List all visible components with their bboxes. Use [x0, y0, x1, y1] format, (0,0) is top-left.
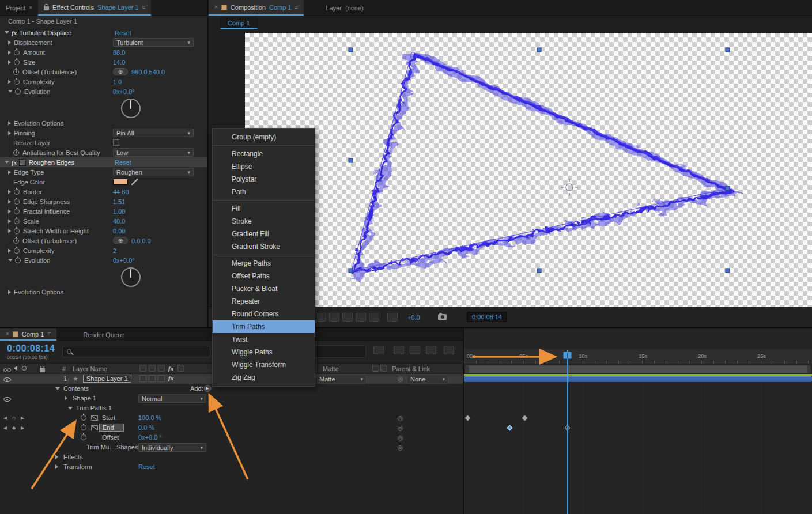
- end-value[interactable]: 0.0 %: [138, 424, 154, 431]
- graph-icon[interactable]: [91, 415, 98, 421]
- menu-item-ellipse[interactable]: Ellipse: [213, 160, 315, 173]
- menu-item-group[interactable]: Group (empty): [213, 131, 315, 143]
- next-keyframe-icon[interactable]: ▶: [21, 425, 24, 430]
- menu-item-wiggle-paths[interactable]: Wiggle Paths: [213, 346, 315, 358]
- timeline-track-area[interactable]: :00s 05s 10s 15s 20s 25s: [463, 327, 812, 514]
- menu-item-fill[interactable]: Fill: [213, 202, 315, 215]
- eyedropper-icon[interactable]: [131, 179, 138, 185]
- start-value[interactable]: 100.0 %: [138, 414, 161, 421]
- blend-mode-dropdown[interactable]: Normal▾: [138, 394, 206, 403]
- group-row-transform[interactable]: Transform Reset: [0, 462, 463, 472]
- layer-name-field[interactable]: Shape Layer 1: [83, 375, 131, 383]
- effect-header-roughen-edges[interactable]: fx Roughen Edges Reset: [0, 157, 207, 167]
- menu-item-gradient-stroke[interactable]: Gradient Stroke: [213, 240, 315, 253]
- tab-timeline-comp[interactable]: × Comp 1 ≡: [0, 328, 56, 341]
- effect-header-turbulent-displace[interactable]: fx Turbulent Displace Reset: [0, 28, 207, 37]
- scale-value[interactable]: 40.0: [113, 218, 125, 225]
- prev-keyframe-icon[interactable]: ◀: [3, 425, 7, 430]
- twirl-right-icon[interactable]: [8, 248, 11, 253]
- twirl-right-icon[interactable]: [8, 170, 11, 175]
- twirl-down-icon[interactable]: [55, 387, 60, 390]
- pickwhip-icon[interactable]: ◎: [398, 424, 403, 432]
- graph-icon[interactable]: [91, 425, 98, 430]
- menu-item-stroke[interactable]: Stroke: [213, 215, 315, 228]
- border-value[interactable]: 44.80: [113, 188, 129, 195]
- fractal-influence-value[interactable]: 1.00: [113, 208, 125, 215]
- eye-icon[interactable]: [3, 397, 11, 402]
- menu-item-path[interactable]: Path: [213, 186, 315, 198]
- next-keyframe-icon[interactable]: ▶: [21, 415, 24, 421]
- comp-breadcrumb-tab[interactable]: Comp 1: [220, 18, 258, 29]
- stopwatch-icon[interactable]: [13, 69, 19, 75]
- column-parent-link[interactable]: Parent & Link: [392, 365, 430, 372]
- menu-item-wiggle-transform[interactable]: Wiggle Transform: [213, 358, 315, 371]
- exposure-value[interactable]: +0.0: [407, 314, 420, 321]
- twirl-right-icon[interactable]: [55, 464, 58, 469]
- column-matte[interactable]: Matte: [323, 365, 339, 372]
- complexity-value[interactable]: 2: [113, 247, 116, 254]
- evolution-value[interactable]: 0x+0.0°: [113, 88, 135, 95]
- menu-item-offset-paths[interactable]: Offset Paths: [213, 270, 315, 282]
- twirl-right-icon[interactable]: [8, 50, 11, 55]
- playhead-line[interactable]: [567, 350, 568, 514]
- twirl-right-icon[interactable]: [8, 121, 11, 126]
- close-icon[interactable]: ×: [29, 5, 32, 11]
- add-shape-button[interactable]: ▶: [204, 385, 211, 392]
- add-keyframe-icon[interactable]: ◆: [12, 425, 16, 430]
- group-row-effects[interactable]: Effects: [0, 452, 463, 462]
- twirl-down-icon[interactable]: [68, 407, 73, 410]
- motion-blur-icon[interactable]: [426, 346, 436, 354]
- panel-menu-icon[interactable]: ≡: [295, 5, 299, 10]
- offset-value[interactable]: 0.0,0.0: [131, 237, 151, 244]
- graph-editor-icon[interactable]: [444, 346, 454, 354]
- menu-item-rectangle[interactable]: Rectangle: [213, 148, 315, 160]
- menu-item-merge-paths[interactable]: Merge Paths: [213, 257, 315, 270]
- channel-icon[interactable]: [387, 313, 398, 322]
- evolution-dial[interactable]: [121, 99, 141, 118]
- evolution-value[interactable]: 0x+0.0°: [113, 257, 135, 264]
- stopwatch-icon[interactable]: [14, 248, 20, 254]
- panel-menu-icon[interactable]: ≡: [47, 331, 51, 337]
- stopwatch-icon[interactable]: [14, 209, 20, 214]
- twirl-down-icon[interactable]: [8, 259, 13, 262]
- property-row-offset[interactable]: Offset 0x+0.0 ° ◎: [0, 433, 463, 443]
- layer-duration-bar[interactable]: [464, 376, 812, 382]
- twirl-right-icon[interactable]: [8, 60, 11, 65]
- twirl-right-icon[interactable]: [8, 80, 11, 84]
- menu-item-trim-paths[interactable]: Trim Paths: [213, 320, 315, 333]
- transform-reset-link[interactable]: Reset: [138, 463, 155, 470]
- antialiasing-dropdown[interactable]: Low▾: [113, 148, 194, 157]
- pickwhip-icon[interactable]: ◎: [398, 414, 403, 422]
- composition-viewport[interactable]: [245, 33, 812, 307]
- property-row-trim-multiple[interactable]: Trim Mu... Shapes Individually▾ ◎: [0, 443, 463, 452]
- color-swatch[interactable]: [113, 179, 128, 185]
- preview-timecode[interactable]: 0:00:08:14: [467, 312, 507, 322]
- stopwatch-icon[interactable]: [14, 59, 20, 65]
- resize-layer-checkbox[interactable]: [113, 139, 119, 146]
- stopwatch-icon[interactable]: [81, 415, 86, 421]
- twirl-down-icon[interactable]: [5, 31, 9, 34]
- twirl-right-icon[interactable]: [55, 455, 58, 459]
- collapse-switch[interactable]: [149, 375, 156, 382]
- stopwatch-icon[interactable]: [14, 189, 20, 195]
- stopwatch-icon[interactable]: [14, 218, 20, 224]
- grid-guides-icon[interactable]: [369, 313, 379, 322]
- property-row-end[interactable]: ◀ ◆ ▶ End 0.0 % ◎: [0, 423, 463, 433]
- twirl-down-icon[interactable]: [5, 161, 9, 164]
- twirl-right-icon[interactable]: [8, 229, 11, 233]
- work-area-bar[interactable]: [465, 365, 811, 373]
- pinning-dropdown[interactable]: Pin All▾: [113, 128, 194, 137]
- stopwatch-icon[interactable]: [14, 50, 20, 55]
- tab-composition[interactable]: × Composition Comp 1 ≡: [209, 0, 304, 16]
- close-icon[interactable]: ×: [214, 5, 218, 10]
- keyframe-tracks[interactable]: [464, 382, 812, 514]
- column-number[interactable]: #: [62, 365, 66, 372]
- offset-value[interactable]: 0x+0.0 °: [138, 434, 162, 441]
- menu-item-polystar[interactable]: Polystar: [213, 173, 315, 186]
- menu-item-repeater[interactable]: Repeater: [213, 295, 315, 308]
- displacement-dropdown[interactable]: Turbulent▾: [113, 38, 194, 47]
- search-input[interactable]: [62, 346, 210, 357]
- pickwhip-icon[interactable]: ◎: [398, 434, 403, 441]
- fx-switch[interactable]: fx: [168, 375, 173, 381]
- menu-item-round-corners[interactable]: Round Corners: [213, 308, 315, 320]
